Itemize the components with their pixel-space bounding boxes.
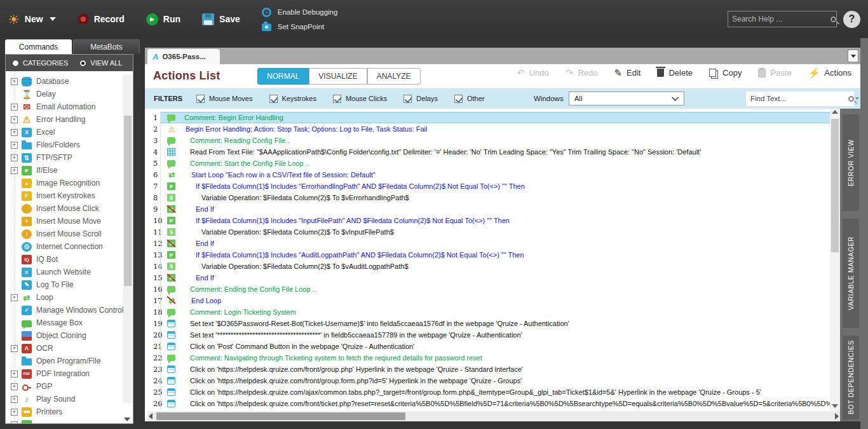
sidebar-item-log-to-file[interactable]: ✎Log To File: [6, 278, 133, 291]
radio-categories-dot[interactable]: [12, 60, 19, 67]
expand-plus-icon[interactable]: +: [11, 396, 18, 403]
filter-keystrokes[interactable]: Keystrokes: [269, 95, 316, 103]
expand-plus-icon[interactable]: +: [11, 154, 18, 161]
action-row-13[interactable]: 13IFIf $Filedata Column(1)$ Includes "Au…: [145, 249, 830, 261]
action-row-23[interactable]: 23Click on 'https://helpdesk.qruize.com/…: [145, 364, 830, 375]
sidebar-item-ocr[interactable]: +AOCR: [6, 342, 133, 355]
sidebar-item-image-recognition[interactable]: ▲Image Recognition: [6, 177, 133, 189]
sidebar-item-database[interactable]: +▤Database: [6, 75, 133, 88]
find-text-input[interactable]: [750, 95, 848, 102]
checkbox-icon[interactable]: [196, 95, 205, 103]
sidebar-item-pdf-integration[interactable]: +PDFPDF Integration: [6, 367, 133, 380]
expand-plus-icon[interactable]: +: [11, 104, 18, 111]
mode-visualize-button[interactable]: VISUALIZE: [309, 68, 367, 85]
filter-delays[interactable]: Delays: [403, 95, 438, 103]
sidebar-item-insert-mouse-scroll[interactable]: ↕Insert Mouse Scroll: [6, 228, 133, 240]
undo-button[interactable]: ↶ Undo: [517, 68, 549, 78]
actions-menu-button[interactable]: ⚡ Actions: [808, 68, 851, 78]
action-row-24[interactable]: 24Click on 'https://helpdesk.qruize.com/…: [145, 375, 830, 386]
action-row-9[interactable]: 9IFEnd If: [145, 203, 830, 215]
action-row-1[interactable]: 1Comment: Begin Error Handling: [145, 112, 830, 123]
expand-plus-icon[interactable]: +: [11, 142, 18, 149]
windows-dropdown[interactable]: All: [569, 92, 684, 106]
expand-plus-icon[interactable]: +: [11, 383, 18, 390]
expand-plus-icon[interactable]: +: [11, 421, 18, 424]
vertical-scrollbar[interactable]: [830, 109, 840, 411]
scroll-up-icon[interactable]: [832, 110, 838, 114]
checkbox-icon[interactable]: [333, 95, 341, 103]
checkbox-icon[interactable]: [269, 95, 278, 103]
redo-button[interactable]: ↷ Redo: [566, 68, 598, 78]
sidebar-scrollbar[interactable]: [123, 75, 132, 403]
tab-variable-manager[interactable]: VARIABLE MANAGER: [843, 219, 859, 328]
action-row-19[interactable]: 19Set text '$O365Password-Reset-Bot(Tick…: [145, 318, 830, 329]
action-row-17[interactable]: 17⇄End Loop: [145, 295, 830, 306]
sidebar-item-delay[interactable]: ⌛Delay: [6, 88, 133, 100]
sidebar-item-launch-website[interactable]: ≡Launch Website: [6, 266, 133, 278]
sidebar-item-open-program-file[interactable]: Open Program/File: [6, 355, 133, 367]
scroll-right-icon[interactable]: [835, 413, 839, 419]
action-row-20[interactable]: 20Set text '****************************…: [145, 329, 830, 341]
sidebar-item-printers[interactable]: +Printers: [6, 405, 133, 418]
set-snappoint-button[interactable]: Set SnapPoint: [262, 22, 338, 31]
action-row-7[interactable]: 7IFIf $Filedata Column(1)$ Includes "Err…: [145, 180, 830, 192]
filter-mouse-moves[interactable]: Mouse Moves: [196, 95, 252, 103]
sidebar-item-if-else[interactable]: +IFIf/Else: [6, 164, 133, 177]
expand-plus-icon[interactable]: +: [11, 78, 18, 85]
record-button[interactable]: Record: [78, 13, 125, 25]
radio-categories[interactable]: CATEGORIES: [12, 59, 68, 67]
mode-analyze-button[interactable]: ANALYZE: [367, 68, 421, 85]
action-row-14[interactable]: 14$Variable Operation: $Filedata Column(…: [145, 261, 830, 272]
checkbox-icon[interactable]: [454, 95, 463, 103]
filter-other[interactable]: Other: [454, 95, 485, 103]
sidebar-item-loop[interactable]: +⇄Loop: [6, 291, 133, 304]
mode-normal-button[interactable]: NORMAL: [257, 68, 309, 85]
enable-debugging-button[interactable]: Enable Debugging: [262, 8, 338, 17]
filter-mouse-clicks[interactable]: Mouse Clicks: [333, 95, 387, 103]
tab-metabots[interactable]: MetaBots: [73, 39, 140, 54]
action-row-16[interactable]: 16Comment: Ending the Config File Loop .…: [145, 283, 830, 295]
action-row-26[interactable]: 26Click on 'https://helpdesk.qruize.com/…: [145, 398, 830, 409]
horizontal-scrollbar[interactable]: [147, 411, 840, 421]
sidebar-item-iq-bot[interactable]: IQIQ Bot: [6, 253, 133, 266]
new-button[interactable]: ☀ New: [8, 13, 56, 26]
expand-plus-icon[interactable]: +: [11, 129, 18, 136]
sidebar-item-files-folders[interactable]: +Files/Folders: [6, 139, 133, 151]
new-dropdown-caret-icon[interactable]: [50, 17, 56, 21]
paste-button[interactable]: Paste: [758, 68, 791, 78]
horizontal-scrollbar-thumb[interactable]: [156, 412, 405, 420]
action-row-21[interactable]: 21Click on 'Post' Command Button in the …: [145, 341, 830, 352]
sidebar-item-insert-mouse-move[interactable]: +Insert Mouse Move: [6, 215, 133, 228]
sidebar-scrollbar-thumb[interactable]: [124, 116, 132, 286]
sidebar-item-item[interactable]: +: [6, 418, 133, 423]
sidebar-item-message-box[interactable]: Message Box: [6, 317, 133, 329]
sidebar-item-insert-mouse-click[interactable]: Insert Mouse Click: [6, 202, 133, 215]
expand-plus-icon[interactable]: +: [11, 371, 18, 378]
sidebar-item-pgp[interactable]: +PGP: [6, 380, 133, 393]
expand-plus-icon[interactable]: +: [11, 116, 18, 123]
tab-error-view[interactable]: ERROR VIEW: [843, 114, 859, 211]
sidebar-item-object-cloning[interactable]: Object Cloning: [6, 329, 133, 342]
sidebar-item-internet-connection[interactable]: ⊕Internet Connection: [6, 240, 133, 253]
radio-view-all-dot[interactable]: [79, 60, 86, 67]
expand-plus-icon[interactable]: +: [11, 409, 18, 416]
sidebar-item-error-handling[interactable]: +⚠Error Handling: [6, 113, 133, 126]
action-row-18[interactable]: 18Comment: Login Ticketing System: [145, 306, 830, 318]
save-button[interactable]: Save: [202, 13, 240, 25]
scroll-down-icon[interactable]: [832, 404, 838, 408]
action-row-3[interactable]: 3Comment: Reading Config File..: [145, 135, 830, 146]
action-row-5[interactable]: 5Comment: Start the Config File Loop ..: [145, 158, 830, 169]
copy-button[interactable]: Copy: [709, 68, 742, 78]
action-row-12[interactable]: 12IFEnd If: [145, 238, 830, 249]
action-row-6[interactable]: 6⇄Start Loop "Each row in a CSV/Text fil…: [145, 169, 830, 180]
document-tab[interactable]: A O365-Pass...: [147, 49, 220, 64]
action-row-10[interactable]: 10IFIf $Filedata Column(1)$ Includes "In…: [145, 215, 830, 226]
search-help-input[interactable]: [732, 15, 831, 24]
help-button[interactable]: ?: [843, 11, 860, 28]
radio-view-all[interactable]: VIEW ALL: [79, 59, 122, 67]
find-search-icon[interactable]: [848, 96, 859, 102]
tab-list-dropdown-button[interactable]: [848, 50, 858, 62]
checkbox-icon[interactable]: [403, 95, 412, 103]
run-button[interactable]: ▶ Run: [146, 13, 180, 25]
sidebar-item-manage-windows-controls[interactable]: ✓Manage Windows Controls: [6, 304, 133, 317]
